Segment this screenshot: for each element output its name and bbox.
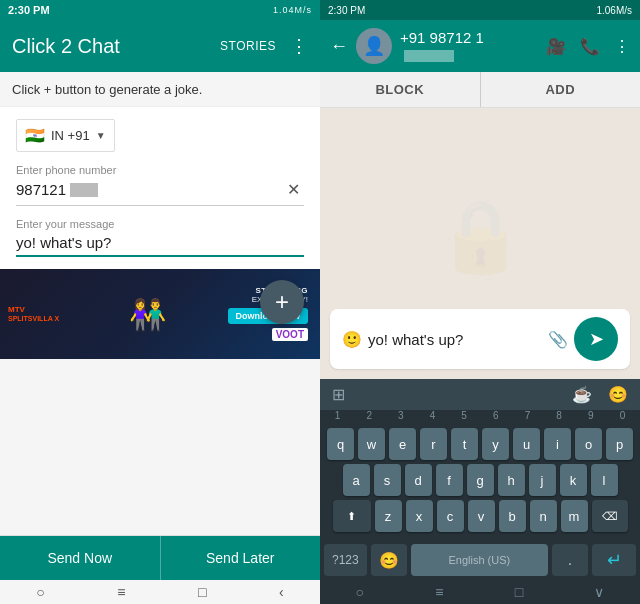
chat-menu-icon[interactable]: ⋮ bbox=[614, 37, 630, 56]
fab-button[interactable]: + bbox=[260, 280, 304, 324]
ad-logo: MTV SPLITSVILLA X bbox=[8, 305, 68, 323]
key-4[interactable]: 4 bbox=[419, 410, 446, 421]
key-c[interactable]: c bbox=[437, 500, 464, 532]
enter-key[interactable]: ↵ bbox=[592, 544, 636, 576]
key-w[interactable]: w bbox=[358, 428, 385, 460]
keyboard-sticker-icon[interactable]: ☕ bbox=[572, 385, 592, 404]
time-left: 2:30 PM bbox=[8, 4, 50, 16]
backspace-key[interactable]: ⌫ bbox=[592, 500, 628, 532]
time-right: 2:30 PM bbox=[328, 5, 365, 16]
key-6[interactable]: 6 bbox=[482, 410, 509, 421]
key-j[interactable]: j bbox=[529, 464, 556, 496]
period-key[interactable]: . bbox=[552, 544, 588, 576]
number-row: 1 2 3 4 5 6 7 8 9 0 bbox=[320, 410, 640, 421]
contact-info: +91 98712 1 bbox=[400, 29, 538, 63]
keyboard-rows: q w e r t y u i o p a s d f g h j k bbox=[320, 424, 640, 540]
menu-icon[interactable]: ⋮ bbox=[290, 35, 308, 57]
key-z[interactable]: z bbox=[375, 500, 402, 532]
key-g[interactable]: g bbox=[467, 464, 494, 496]
down-nav-icon[interactable]: ∨ bbox=[594, 584, 604, 600]
key-k[interactable]: k bbox=[560, 464, 587, 496]
menu-nav-icon[interactable]: ≡ bbox=[117, 584, 125, 600]
key-p[interactable]: p bbox=[606, 428, 633, 460]
key-0[interactable]: 0 bbox=[609, 410, 636, 421]
key-q[interactable]: q bbox=[327, 428, 354, 460]
add-tab[interactable]: ADD bbox=[481, 72, 641, 107]
send-later-button[interactable]: Send Later bbox=[161, 536, 321, 580]
back-button[interactable]: ← bbox=[330, 36, 348, 57]
phone-blur bbox=[70, 183, 98, 197]
flag-icon: 🇮🇳 bbox=[25, 126, 45, 145]
key-m[interactable]: m bbox=[561, 500, 588, 532]
key-n[interactable]: n bbox=[530, 500, 557, 532]
keyboard: ⊞ ☕ 😊 1 2 3 4 5 6 7 8 9 0 q w e r bbox=[320, 379, 640, 580]
key-l[interactable]: l bbox=[591, 464, 618, 496]
stories-button[interactable]: STORIES bbox=[220, 39, 276, 53]
menu-nav-icon-r[interactable]: ≡ bbox=[435, 584, 443, 600]
clear-button[interactable]: ✕ bbox=[283, 178, 304, 201]
key-u[interactable]: u bbox=[513, 428, 540, 460]
bottom-buttons: Send Now Send Later bbox=[0, 535, 320, 580]
key-row-1: q w e r t y u i o p bbox=[322, 428, 638, 460]
attachment-icon[interactable]: 📎 bbox=[548, 330, 568, 349]
key-d[interactable]: d bbox=[405, 464, 432, 496]
key-i[interactable]: i bbox=[544, 428, 571, 460]
chat-header: ← 👤 +91 98712 1 🎥 📞 ⋮ bbox=[320, 20, 640, 72]
chat-area: 🔒 🙂 yo! what's up? 📎 ➤ bbox=[320, 108, 640, 379]
status-bar-left: 2:30 PM 1.04M/s bbox=[0, 0, 320, 20]
block-tab[interactable]: BLOCK bbox=[320, 72, 481, 107]
emoji-icon[interactable]: 🙂 bbox=[342, 330, 362, 349]
emoji-keyboard-key[interactable]: 😊 bbox=[371, 544, 407, 576]
key-2[interactable]: 2 bbox=[356, 410, 383, 421]
send-now-button[interactable]: Send Now bbox=[0, 536, 161, 580]
app-header: Click 2 Chat STORIES ⋮ bbox=[0, 20, 320, 72]
voice-call-icon[interactable]: 📞 bbox=[580, 37, 600, 56]
keyboard-apps-icon[interactable]: ⊞ bbox=[332, 385, 345, 404]
square-icon[interactable]: □ bbox=[198, 584, 206, 600]
key-a[interactable]: a bbox=[343, 464, 370, 496]
country-selector[interactable]: 🇮🇳 IN +91 ▼ bbox=[16, 119, 115, 152]
home-icon[interactable]: ○ bbox=[36, 584, 44, 600]
left-panel: 2:30 PM 1.04M/s Click 2 Chat STORIES ⋮ C… bbox=[0, 0, 320, 604]
home-nav-icon[interactable]: ○ bbox=[356, 584, 364, 600]
country-code: IN +91 bbox=[51, 128, 90, 143]
key-f[interactable]: f bbox=[436, 464, 463, 496]
video-call-icon[interactable]: 🎥 bbox=[546, 37, 566, 56]
key-h[interactable]: h bbox=[498, 464, 525, 496]
voot-logo: VOOT bbox=[272, 328, 308, 341]
keyboard-bottom-row: ?123 😊 English (US) . ↵ bbox=[320, 540, 640, 580]
back-nav-icon[interactable]: ‹ bbox=[279, 584, 284, 600]
key-8[interactable]: 8 bbox=[546, 410, 573, 421]
nav-bar-right: ○ ≡ □ ∨ bbox=[320, 580, 640, 604]
message-label: Enter your message bbox=[16, 218, 304, 230]
phone-input[interactable]: 987121 bbox=[16, 181, 283, 198]
language-key[interactable]: English (US) bbox=[411, 544, 548, 576]
key-t[interactable]: t bbox=[451, 428, 478, 460]
header-icons: 🎥 📞 ⋮ bbox=[546, 37, 630, 56]
key-x[interactable]: x bbox=[406, 500, 433, 532]
key-3[interactable]: 3 bbox=[387, 410, 414, 421]
shift-key[interactable]: ⬆ bbox=[333, 500, 371, 532]
key-v[interactable]: v bbox=[468, 500, 495, 532]
phone-row: 987121 ✕ bbox=[16, 178, 304, 206]
key-1[interactable]: 1 bbox=[324, 410, 351, 421]
recents-icon[interactable]: □ bbox=[515, 584, 523, 600]
key-row-3: ⬆ z x c v b n m ⌫ bbox=[322, 500, 638, 532]
key-y[interactable]: y bbox=[482, 428, 509, 460]
key-b[interactable]: b bbox=[499, 500, 526, 532]
send-button[interactable]: ➤ bbox=[574, 317, 618, 361]
status-bar-right: 2:30 PM 1.06M/s bbox=[320, 0, 640, 20]
key-s[interactable]: s bbox=[374, 464, 401, 496]
status-icons-left: 1.04M/s bbox=[273, 5, 312, 15]
key-5[interactable]: 5 bbox=[451, 410, 478, 421]
key-9[interactable]: 9 bbox=[577, 410, 604, 421]
key-r[interactable]: r bbox=[420, 428, 447, 460]
key-7[interactable]: 7 bbox=[514, 410, 541, 421]
num-key[interactable]: ?123 bbox=[324, 544, 367, 576]
message-input[interactable] bbox=[16, 234, 304, 257]
keyboard-emoji-icon[interactable]: 😊 bbox=[608, 385, 628, 404]
key-e[interactable]: e bbox=[389, 428, 416, 460]
form-card: 🇮🇳 IN +91 ▼ Enter phone number 987121 ✕ … bbox=[0, 107, 320, 269]
key-o[interactable]: o bbox=[575, 428, 602, 460]
message-text[interactable]: yo! what's up? bbox=[368, 331, 542, 348]
